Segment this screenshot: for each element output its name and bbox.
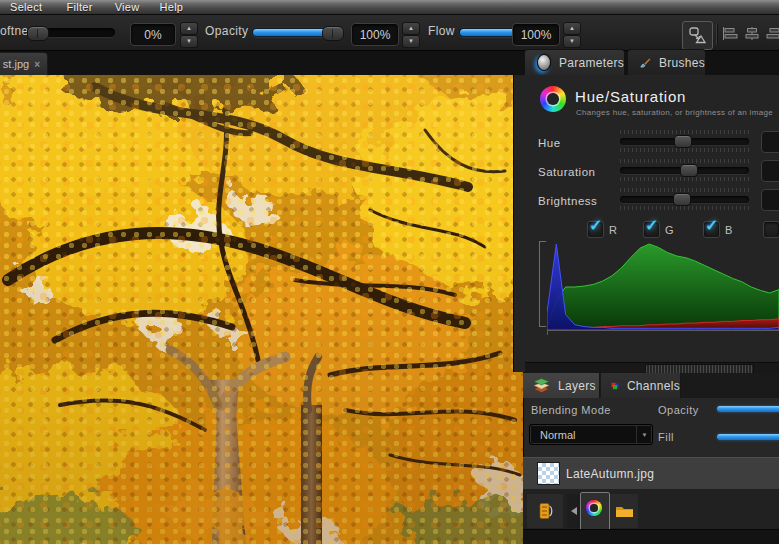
saturation-label: Saturation	[538, 166, 595, 178]
tab-brushes-label: Brushes	[659, 56, 705, 70]
softness-stepper-up[interactable]: ▲	[180, 22, 198, 35]
tab-layers-label: Layers	[558, 379, 596, 393]
bottom-strip	[523, 529, 779, 544]
tab-parameters-label: Parameters	[559, 56, 624, 70]
saturation-slider[interactable]	[620, 167, 749, 174]
close-icon[interactable]: ×	[34, 59, 40, 70]
document-tab[interactable]: st.jpg ×	[0, 52, 48, 75]
channel-g-label: G	[665, 224, 674, 236]
hue-slider-handle[interactable]	[674, 135, 692, 148]
menu-help[interactable]: Help	[159, 1, 183, 13]
align-left-icon	[722, 27, 738, 40]
book-button[interactable]	[527, 494, 563, 528]
brightness-value-field[interactable]	[761, 189, 779, 211]
check-icon: ✓	[645, 216, 658, 235]
opacity-value-field[interactable]: 100%	[351, 23, 399, 46]
check-icon: ✓	[705, 216, 718, 235]
book-icon	[537, 502, 553, 520]
adjustment-wheel-button[interactable]	[580, 492, 610, 531]
shape-transform-icon	[688, 26, 707, 45]
histogram-baseline	[547, 330, 779, 331]
tab-layers[interactable]: Layers	[523, 373, 600, 398]
flow-value-field[interactable]: 100%	[512, 23, 560, 46]
hue-ticks-bottom	[620, 148, 749, 152]
saturation-ticks-bottom	[620, 177, 749, 181]
blend-mode-value: Normal	[540, 429, 636, 441]
saturation-slider-handle[interactable]	[680, 164, 698, 177]
opacity-stepper-down[interactable]: ▼	[402, 35, 420, 48]
tab-channels-label: Channels	[627, 379, 680, 393]
hue-value-field[interactable]	[761, 131, 779, 153]
layer-row[interactable]: LateAutumn.jpg	[523, 457, 779, 490]
footer-collapse-button[interactable]	[567, 494, 581, 528]
collapse-left-icon	[571, 507, 577, 515]
channel-g-checkbox[interactable]: ✓ G	[643, 221, 660, 238]
histogram-baseline-tick	[547, 330, 548, 335]
layers-icon	[533, 378, 550, 393]
shape-transform-button[interactable]	[682, 21, 713, 50]
menu-filter[interactable]: Filter	[66, 1, 92, 13]
align-center-button[interactable]	[743, 26, 760, 41]
layer-fill-label: Fill	[658, 431, 674, 443]
opacity-stepper-up[interactable]: ▲	[402, 22, 420, 35]
photo-editor-app: Select Filter View Help oftness 0% ▲ ▼ O…	[0, 0, 779, 544]
flow-stepper-up[interactable]: ▲	[563, 22, 581, 35]
tab-brushes[interactable]: Brushes	[627, 49, 706, 75]
opacity-slider[interactable]	[252, 28, 342, 37]
channels-icon	[611, 379, 619, 393]
brightness-slider[interactable]	[620, 196, 749, 203]
menu-view[interactable]: View	[115, 1, 140, 13]
toolbar-divider	[716, 24, 717, 45]
autumn-photo	[0, 75, 523, 544]
softness-stepper-down[interactable]: ▼	[180, 35, 198, 48]
channel-r-checkbox[interactable]: ✓ R	[587, 221, 604, 238]
menu-select[interactable]: Select	[10, 1, 42, 13]
align-right-button[interactable]	[765, 26, 779, 41]
align-left-button[interactable]	[721, 26, 738, 41]
flow-stepper-down[interactable]: ▼	[563, 35, 581, 48]
softness-value-field[interactable]: 0%	[130, 23, 176, 46]
saturation-ticks-top	[620, 159, 749, 163]
layer-name: LateAutumn.jpg	[566, 467, 654, 481]
knob-icon	[537, 54, 551, 71]
panel-title: Hue/Saturation	[575, 88, 686, 105]
layer-fill-slider[interactable]	[717, 434, 779, 440]
tool-options-bar: oftness 0% ▲ ▼ Opacity 100% ▲ ▼ Flow 100…	[0, 15, 779, 51]
softness-slider-handle[interactable]	[27, 26, 49, 41]
tab-parameters[interactable]: Parameters	[524, 49, 625, 75]
brightness-ticks-bottom	[620, 206, 749, 210]
brightness-ticks-top	[620, 188, 749, 192]
hue-ticks-top	[620, 130, 749, 134]
tab-channels[interactable]: Channels	[601, 373, 681, 398]
channel-b-checkbox[interactable]: ✓ B	[703, 221, 720, 238]
brush-icon	[640, 55, 651, 70]
document-tab-label: st.jpg	[3, 58, 29, 70]
align-center-icon	[744, 27, 760, 40]
brightness-slider-handle[interactable]	[673, 193, 691, 206]
layer-opacity-label: Opacity	[658, 404, 699, 416]
hue-label: Hue	[538, 137, 561, 149]
canvas-image[interactable]	[0, 75, 523, 544]
softness-slider[interactable]	[27, 28, 115, 37]
channel-b-label: B	[725, 224, 732, 236]
align-right-icon	[766, 27, 779, 40]
opacity-label: Opacity	[205, 24, 248, 38]
hue-saturation-icon	[540, 86, 566, 112]
rgb-histogram	[547, 242, 779, 330]
blend-mode-select[interactable]: Normal ▼	[529, 424, 653, 445]
flow-label: Flow	[428, 24, 455, 38]
layer-thumbnail	[537, 462, 560, 485]
dropdown-arrow-icon[interactable]: ▼	[636, 425, 652, 444]
color-wheel-icon	[586, 500, 602, 516]
channel-extra-checkbox[interactable]: ✓	[763, 221, 779, 238]
menu-bar: Select Filter View Help	[0, 0, 779, 15]
check-icon: ✓	[589, 216, 602, 235]
folder-button[interactable]	[610, 494, 638, 528]
opacity-slider-handle[interactable]	[322, 26, 344, 41]
hue-slider[interactable]	[620, 138, 749, 145]
saturation-value-field[interactable]	[761, 160, 779, 182]
layer-opacity-slider[interactable]	[717, 406, 779, 412]
brightness-label: Brightness	[538, 195, 597, 207]
folder-icon	[615, 504, 634, 518]
panel-subtitle: Changes hue, saturation, or brightness o…	[576, 108, 778, 117]
